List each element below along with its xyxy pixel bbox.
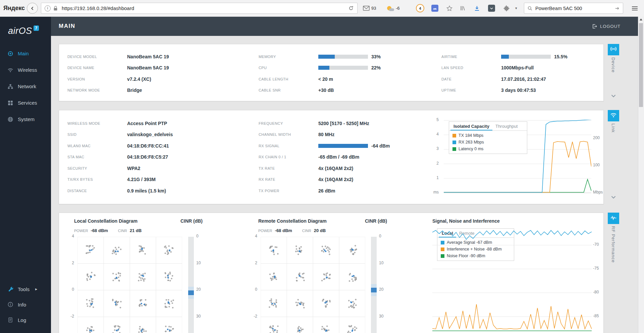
remote-readings: POWER-68 dBm CINR20 dB [258,228,326,233]
axis-tick-label: 3 [429,146,439,151]
logout-button[interactable]: LOGOUT [592,23,621,29]
sidebar-item-info[interactable]: Info [0,297,51,312]
library-icon[interactable] [460,0,466,16]
toolbar-overflow-caret[interactable]: ▾ [515,0,517,16]
link-panel: Isolated CapacityThroughput TX 184 MbpsR… [59,110,604,204]
device-tab-label[interactable]: Device [611,57,616,73]
remote-cinr-value: 20 dB [314,228,326,233]
info-icon [7,301,13,308]
signal-legend-item: Average Signal -67 dBm [437,239,514,246]
field-value: 4.21G / 393M [127,177,156,182]
field-label: WLAN0 MAC [59,144,127,148]
pocket-icon[interactable] [488,5,495,12]
field-label: DEVICE NAME [59,66,127,70]
field-label: TX RATE [250,166,318,170]
sidebar-item-wireless[interactable]: Wireless [0,62,51,78]
screenshot-extension-icon[interactable] [431,5,438,12]
field-value: 4x (16QAM 2x2) [318,177,353,182]
menu-icon[interactable] [632,6,638,10]
wireless-icon [7,67,13,73]
field-label: TX POWER [250,189,318,193]
info-row: STA MAC04:18:D6:F8:C5:27 [59,152,173,163]
link-tab-button[interactable] [608,110,619,121]
field-label: CHANNEL WIDTH [250,132,318,136]
device-collapse-chevron-icon[interactable] [610,92,617,100]
scrollbar-up-arrow[interactable] [640,18,642,20]
info-row: NETWORK MODEBridge [59,85,169,96]
lock-icon[interactable] [53,6,58,11]
local-power-value: -68 dBm [91,228,108,233]
browser-scrollbar[interactable] [638,16,644,333]
weather-widget[interactable]: -6 [387,0,400,16]
url-bar[interactable]: i https://192.168.0.28/#dashboard [41,3,358,14]
field-value: 04:18:D6:F8:CC:41 [127,143,169,149]
field-label: TX/RX BYTES [59,177,127,181]
capacity-tab-isolated-capacity[interactable]: Isolated Capacity [450,122,492,130]
legend-swatch [441,254,444,258]
local-cinr-value: 21 dB [130,228,142,233]
rf-performance-tab-button[interactable] [608,213,619,224]
sidebar-item-services[interactable]: Services [0,95,51,111]
field-label: RX SIGNAL [250,144,318,148]
meter-bar [501,55,551,59]
capacity-tab-throughput[interactable]: Throughput [492,122,521,130]
puzzle-extension-icon[interactable] [503,0,510,16]
temperature: -6 [396,6,400,11]
info-row: DATE17.07.2016, 21:02:47 [433,73,568,85]
search-input[interactable]: PowerBeam 5AC 500 [535,6,614,11]
signal-chart-tabs: LocalRemote [437,229,514,238]
signal-tab-remote[interactable]: Remote [456,229,478,237]
rf-performance-tab-label[interactable]: RF Performance [611,226,616,263]
scrollbar-thumb[interactable] [639,23,643,107]
sidebar-item-network[interactable]: Network [0,78,51,95]
link-tab-label[interactable]: Link [611,123,616,133]
legend-label: Latency 0 ms [459,147,483,151]
axis-tick-label: 10 [379,261,383,265]
axis-tick-label: 2 [65,261,74,265]
sidebar-item-main[interactable]: Main [0,45,51,62]
signal-tab-local[interactable]: Local [439,229,456,237]
info-row: RX SIGNAL-64 dBm [250,140,390,152]
meter-bar [318,144,368,148]
yandex-logo[interactable]: Яндекс [3,0,25,16]
browser-search[interactable]: PowerBeam 5AC 500 [524,3,623,14]
axis-tick-label: 2 [248,261,257,265]
field-label: CPU [250,66,318,70]
submenu-arrow-icon: ▶ [35,288,37,291]
bookmark-star-icon[interactable] [446,0,453,16]
broadcast-icon [610,46,617,54]
reload-icon[interactable] [348,5,354,11]
legend-swatch [441,241,444,244]
info-row: WLAN0 MAC04:18:D6:F8:CC:41 [59,140,173,152]
sidebar-item-label: Services [18,100,37,106]
info-row: DEVICE NAMENanoBeam 5AC 19 [59,62,169,74]
mail-icon[interactable]: 93 [363,0,376,16]
info-row: VERSIONv7.2.4 (XC) [59,73,169,85]
legend-swatch [452,147,456,151]
sidebar-item-system[interactable]: System [0,111,51,127]
field-label: DATE [433,77,501,81]
page-info-icon[interactable]: i [45,5,51,11]
field-label: VERSION [59,77,127,81]
search-go-icon[interactable] [614,6,620,11]
capacity-legend-box: Isolated CapacityThroughput TX 184 MbpsR… [449,121,527,154]
back-button[interactable] [27,3,38,14]
axis-tick-label: 0 [248,287,257,292]
field-value: 5200 [5170 - 5250] MHz [318,121,369,126]
airos-logo-text: airOS [8,26,32,36]
device-tab-button[interactable] [608,44,619,55]
capacity-legend-item: TX 184 Mbps [449,132,527,139]
extension-badge-button[interactable]: 4 [416,4,424,12]
field-label: SSID [59,132,127,136]
sidebar-item-log[interactable]: Log [0,312,51,328]
sidebar-item-tools[interactable]: Tools▶ [0,281,51,297]
axis-tick-label: 0 [379,234,381,238]
field-value: 0.9 miles (1.5 km) [127,188,166,193]
sidebar-item-label: Main [18,51,29,56]
axis-tick-label: -75 [593,266,599,271]
download-icon[interactable] [474,0,480,16]
field-value: -64 dBm [371,143,390,149]
remote-power-value: -68 dBm [275,228,292,233]
link-collapse-chevron-icon[interactable] [610,193,617,201]
field-value: NanoBeam 5AC 19 [127,65,169,70]
